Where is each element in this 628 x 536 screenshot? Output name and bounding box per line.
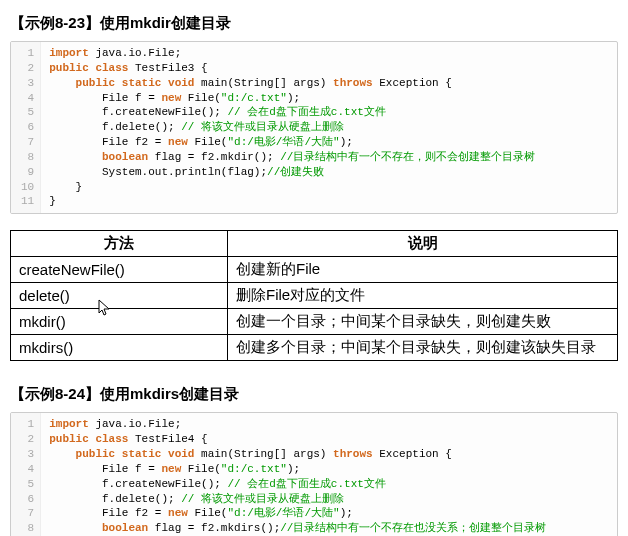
t: main(String[] args)	[194, 448, 333, 460]
kw: public class	[49, 62, 128, 74]
th-method: 方法	[11, 231, 228, 257]
kw: throws	[333, 77, 373, 89]
t: flag = f2.mkdir();	[148, 151, 280, 163]
kw: new	[168, 507, 188, 519]
t: );	[340, 136, 353, 148]
cell-desc: 创建多个目录；中间某个目录缺失，则创建该缺失目录	[228, 335, 618, 361]
cmt: // 会在d盘下面生成c.txt文件	[227, 106, 385, 118]
table-row: createNewFile() 创建新的File	[11, 257, 618, 283]
kw: public class	[49, 433, 128, 445]
t: delete()	[19, 287, 70, 304]
cmt: // 将该文件或目录从硬盘上删除	[181, 121, 344, 133]
t: System.out.println(flag);	[102, 166, 267, 178]
t: java.io.File;	[89, 418, 181, 430]
cell-method: mkdirs()	[11, 335, 228, 361]
t: f.delete();	[102, 121, 181, 133]
str: "d:/电影/华语/大陆"	[227, 136, 339, 148]
t: TestFile4 {	[128, 433, 207, 445]
cell-desc: 创建新的File	[228, 257, 618, 283]
t: Exception {	[373, 448, 452, 460]
t: flag = f2.mkdirs();	[148, 522, 280, 534]
t: TestFile3 {	[128, 62, 207, 74]
t: File(	[188, 507, 228, 519]
kw: public static void	[76, 448, 195, 460]
code-824: import java.io.File; public class TestFi…	[41, 413, 617, 536]
kw: throws	[333, 448, 373, 460]
str: "d:/电影/华语/大陆"	[227, 507, 339, 519]
code-block-824: 1 2 3 4 5 6 7 8 9 10 11 import java.io.F…	[10, 412, 618, 536]
methods-table: 方法 说明 createNewFile() 创建新的File delete() …	[10, 230, 618, 361]
t: );	[340, 507, 353, 519]
kw: public static void	[76, 77, 195, 89]
t: File f =	[102, 463, 161, 475]
t: File(	[181, 463, 221, 475]
kw: boolean	[102, 522, 148, 534]
cmt: //目录结构中有一个不存在，则不会创建整个目录树	[280, 151, 535, 163]
t: File(	[181, 92, 221, 104]
kw: import	[49, 418, 89, 430]
kw: import	[49, 47, 89, 59]
t: f.createNewFile();	[102, 478, 227, 490]
kw: new	[161, 463, 181, 475]
cmt: // 会在d盘下面生成c.txt文件	[227, 478, 385, 490]
cell-desc: 创建一个目录；中间某个目录缺失，则创建失败	[228, 309, 618, 335]
t: );	[287, 463, 300, 475]
code-block-823: 1 2 3 4 5 6 7 8 9 10 11 import java.io.F…	[10, 41, 618, 214]
t: File f =	[102, 92, 161, 104]
t: File(	[188, 136, 228, 148]
table-row: delete() 删除File对应的文件	[11, 283, 618, 309]
t: );	[287, 92, 300, 104]
t: main(String[] args)	[194, 77, 333, 89]
gutter-824: 1 2 3 4 5 6 7 8 9 10 11	[11, 413, 41, 536]
str: "d:/c.txt"	[221, 92, 287, 104]
kw: new	[168, 136, 188, 148]
t: File f2 =	[102, 507, 168, 519]
t: f.createNewFile();	[102, 106, 227, 118]
cmt: // 将该文件或目录从硬盘上删除	[181, 493, 344, 505]
cmt: //创建失败	[267, 166, 324, 178]
cmt: //目录结构中有一个不存在也没关系；创建整个目录树	[280, 522, 546, 534]
section-title-824: 【示例8-24】使用mkdirs创建目录	[10, 385, 618, 404]
t: f.delete();	[102, 493, 181, 505]
t: File f2 =	[102, 136, 168, 148]
gutter-823: 1 2 3 4 5 6 7 8 9 10 11	[11, 42, 41, 213]
t: }	[76, 181, 83, 193]
kw: new	[161, 92, 181, 104]
section-title-823: 【示例8-23】使用mkdir创建目录	[10, 14, 618, 33]
t: }	[49, 195, 56, 207]
table-row: mkdirs() 创建多个目录；中间某个目录缺失，则创建该缺失目录	[11, 335, 618, 361]
t: java.io.File;	[89, 47, 181, 59]
str: "d:/c.txt"	[221, 463, 287, 475]
cell-method: mkdir()	[11, 309, 228, 335]
cell-method: createNewFile()	[11, 257, 228, 283]
cell-desc: 删除File对应的文件	[228, 283, 618, 309]
cell-method: delete()	[11, 283, 228, 309]
kw: boolean	[102, 151, 148, 163]
code-823: import java.io.File; public class TestFi…	[41, 42, 617, 213]
t: Exception {	[373, 77, 452, 89]
th-desc: 说明	[228, 231, 618, 257]
